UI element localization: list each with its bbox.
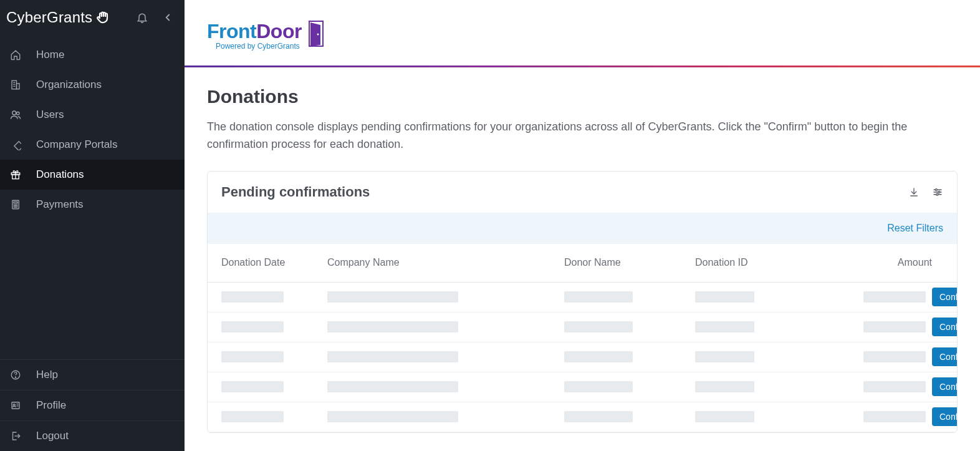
sidebar-item-company-portals[interactable]: Company Portals bbox=[0, 130, 185, 160]
frontdoor-logo: FrontDoor Powered by CyberGrants bbox=[207, 20, 327, 51]
col-company-name[interactable]: Company Name bbox=[327, 257, 564, 268]
logo-text: FrontDoor Powered by CyberGrants bbox=[207, 20, 302, 51]
cell-donation-id bbox=[695, 321, 754, 332]
bell-icon[interactable] bbox=[136, 11, 148, 24]
sidebar-item-label: Organizations bbox=[36, 79, 102, 91]
svg-point-14 bbox=[15, 205, 16, 205]
sidebar-item-payments[interactable]: Payments bbox=[0, 190, 185, 220]
logo-front: Front bbox=[207, 20, 256, 42]
col-donation-id[interactable]: Donation ID bbox=[695, 257, 807, 268]
reset-filters-link[interactable]: Reset Filters bbox=[887, 223, 943, 233]
sidebar-item-profile[interactable]: Profile bbox=[0, 390, 185, 420]
sidebar-item-label: Donations bbox=[36, 168, 84, 181]
table-row: Confirm bbox=[208, 372, 957, 402]
page-title: Donations bbox=[207, 86, 958, 107]
id-icon bbox=[9, 400, 22, 411]
sidebar-nav: Home Organizations Users Company Portals… bbox=[0, 35, 185, 220]
cell-donation-id bbox=[695, 291, 754, 303]
cell-donation-date bbox=[221, 381, 284, 392]
cell-donor-name bbox=[564, 351, 633, 362]
confirm-button[interactable]: Confirm bbox=[932, 377, 958, 396]
svg-rect-1 bbox=[17, 84, 20, 89]
cell-donation-id bbox=[695, 351, 754, 362]
sidebar-spacer bbox=[0, 220, 185, 354]
logout-icon bbox=[9, 430, 22, 442]
sidebar-item-donations[interactable]: Donations bbox=[0, 160, 185, 190]
col-amount[interactable]: Amount bbox=[807, 257, 932, 268]
svg-point-6 bbox=[17, 112, 20, 115]
svg-rect-7 bbox=[14, 142, 21, 150]
svg-point-20 bbox=[15, 377, 16, 377]
cell-donor-name bbox=[564, 381, 633, 392]
home-icon bbox=[9, 49, 22, 61]
sidebar-item-label: Payments bbox=[36, 198, 84, 211]
sidebar-item-organizations[interactable]: Organizations bbox=[0, 70, 185, 100]
svg-point-30 bbox=[935, 189, 937, 191]
users-icon bbox=[9, 109, 22, 120]
svg-point-17 bbox=[15, 206, 16, 207]
sidebar-header: CyberGrants bbox=[0, 0, 185, 35]
door-icon bbox=[308, 20, 327, 50]
sidebar-item-logout[interactable]: Logout bbox=[0, 420, 185, 451]
cell-donor-name bbox=[564, 291, 633, 303]
svg-point-32 bbox=[938, 191, 940, 193]
brand[interactable]: CyberGrants bbox=[6, 9, 111, 26]
table-row: Confirm bbox=[208, 402, 957, 432]
logo-door: Door bbox=[256, 20, 302, 42]
cell-donation-date bbox=[221, 291, 284, 303]
page-description: The donation console displays pending co… bbox=[207, 119, 943, 153]
sidebar-item-label: Company Portals bbox=[36, 138, 117, 151]
table-body: ConfirmConfirmConfirmConfirmConfirm bbox=[208, 283, 957, 432]
content: Donations The donation console displays … bbox=[185, 67, 980, 451]
calc-icon bbox=[9, 199, 22, 210]
confirm-button[interactable]: Confirm bbox=[932, 347, 958, 366]
top-header: FrontDoor Powered by CyberGrants bbox=[185, 0, 980, 65]
brand-name: CyberGrants bbox=[6, 9, 92, 26]
building-icon bbox=[9, 79, 22, 90]
svg-point-27 bbox=[317, 34, 319, 36]
header-actions bbox=[136, 11, 173, 24]
cell-company-name bbox=[327, 351, 458, 362]
pending-table: Donation Date Company Name Donor Name Do… bbox=[208, 244, 957, 432]
cell-donation-date bbox=[221, 411, 284, 422]
download-icon[interactable] bbox=[908, 187, 920, 198]
confirm-button[interactable]: Confirm bbox=[932, 407, 958, 426]
panel-title: Pending confirmations bbox=[221, 184, 370, 200]
svg-rect-12 bbox=[14, 202, 17, 203]
gift-icon bbox=[9, 169, 22, 180]
cell-donation-id bbox=[695, 381, 754, 392]
cell-donor-name bbox=[564, 411, 633, 422]
sidebar-item-home[interactable]: Home bbox=[0, 40, 185, 70]
svg-point-18 bbox=[17, 206, 17, 207]
col-donation-date[interactable]: Donation Date bbox=[221, 257, 327, 268]
svg-point-5 bbox=[12, 111, 16, 115]
col-donor-name[interactable]: Donor Name bbox=[564, 257, 695, 268]
confirm-button[interactable]: Confirm bbox=[932, 318, 958, 336]
table-row: Confirm bbox=[208, 342, 957, 372]
cell-amount bbox=[863, 321, 926, 332]
cell-company-name bbox=[327, 321, 458, 332]
main: FrontDoor Powered by CyberGrants Donatio… bbox=[185, 0, 980, 451]
sidebar-item-users[interactable]: Users bbox=[0, 100, 185, 130]
diamond-icon bbox=[9, 139, 22, 150]
sidebar: CyberGrants bbox=[0, 0, 185, 451]
svg-point-34 bbox=[936, 193, 938, 195]
cell-amount bbox=[863, 351, 926, 362]
filter-settings-icon[interactable] bbox=[932, 187, 943, 198]
table-row: Confirm bbox=[208, 283, 957, 313]
cell-company-name bbox=[327, 411, 458, 422]
confirm-button[interactable]: Confirm bbox=[932, 288, 958, 306]
svg-marker-26 bbox=[310, 22, 320, 46]
svg-point-13 bbox=[14, 205, 14, 205]
logo-subtitle: Powered by CyberGrants bbox=[207, 42, 302, 51]
help-icon bbox=[9, 369, 22, 381]
sidebar-item-help[interactable]: Help bbox=[0, 359, 185, 390]
cell-donation-date bbox=[221, 321, 284, 332]
cell-amount bbox=[863, 291, 926, 303]
svg-point-15 bbox=[17, 205, 17, 205]
sidebar-item-label: Home bbox=[36, 49, 64, 61]
collapse-icon[interactable] bbox=[162, 12, 173, 23]
filter-bar: Reset Filters bbox=[208, 213, 957, 244]
sidebar-item-label: Help bbox=[36, 369, 58, 381]
hand-icon bbox=[96, 10, 111, 25]
